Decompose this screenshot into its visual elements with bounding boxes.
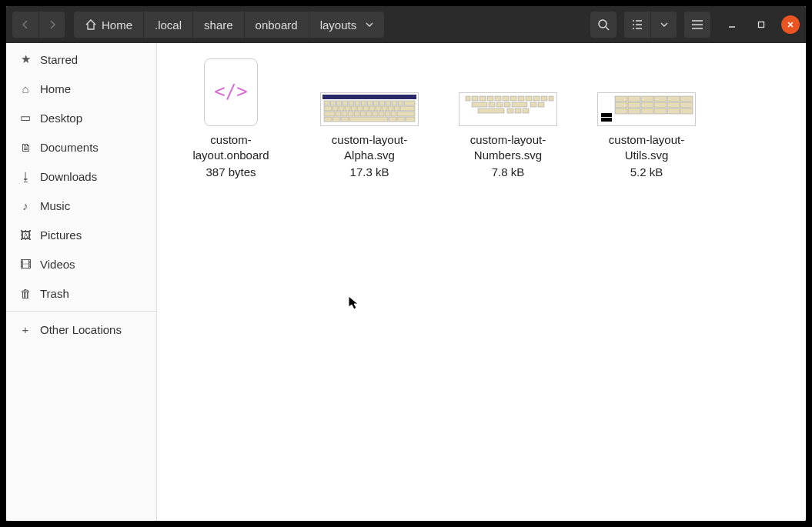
sidebar-item-other-locations[interactable]: +Other Locations [6,315,156,344]
file-grid[interactable]: </> custom-layout.onboard 387 bytes [157,43,806,521]
svg-rect-75 [641,96,653,102]
svg-rect-14 [386,101,391,105]
svg-rect-61 [549,96,553,101]
svg-rect-33 [342,112,347,116]
svg-rect-67 [530,102,536,107]
list-view-button[interactable] [624,12,650,38]
sidebar-item-home[interactable]: ⌂Home [6,74,156,103]
svg-rect-1 [759,22,764,28]
svg-rect-17 [404,101,415,105]
nav-group [12,12,65,38]
svg-rect-69 [478,108,504,113]
svg-rect-4 [324,101,329,105]
svg-rect-34 [348,112,353,116]
svg-rect-38 [373,112,378,116]
breadcrumb-seg[interactable]: onboard [245,12,309,38]
svg-rect-5 [330,101,336,105]
view-group [624,12,677,38]
sidebar-item-trash[interactable]: 🗑Trash [6,279,156,308]
svg-rect-15 [392,101,397,105]
svg-rect-13 [379,101,385,105]
sidebar-item-starred[interactable]: ★Starred [6,45,156,74]
svg-rect-90 [680,108,693,114]
file-item[interactable]: </> custom-layout.onboard 387 bytes [177,58,285,178]
svg-rect-19 [332,106,338,111]
breadcrumb-seg[interactable]: .local [144,12,193,38]
close-button[interactable] [781,15,800,34]
svg-rect-44 [332,117,340,122]
svg-rect-73 [615,96,627,102]
sidebar-item-desktop[interactable]: ▭Desktop [6,103,156,132]
svg-rect-81 [641,102,653,108]
file-size: 7.8 kB [492,165,525,178]
svg-rect-37 [366,112,372,116]
sidebar-separator [6,311,156,312]
svg-rect-45 [341,117,349,122]
svg-rect-77 [667,96,680,102]
breadcrumb-home[interactable]: Home [74,12,144,38]
svg-rect-53 [487,96,493,101]
svg-rect-6 [336,101,342,105]
downloads-icon: ⭳ [18,170,32,183]
svg-rect-78 [680,96,693,102]
svg-rect-30 [400,106,415,111]
breadcrumb-seg[interactable]: layouts [309,12,385,38]
window-body: ★Starred ⌂Home ▭Desktop 🗎Documents ⭳Down… [6,43,806,521]
svg-rect-43 [324,117,332,122]
view-dropdown-button[interactable] [650,12,677,38]
minimize-button[interactable] [723,15,741,34]
svg-rect-55 [503,96,509,101]
breadcrumb-label: Home [102,18,132,32]
hamburger-menu-button[interactable] [684,12,710,38]
forward-button[interactable] [38,12,65,38]
svg-rect-92 [601,118,612,122]
window-controls [723,15,800,34]
documents-icon: 🗎 [18,141,32,154]
svg-rect-25 [369,106,375,111]
file-size: 5.2 kB [630,165,663,178]
maximize-button[interactable] [752,15,770,34]
svg-rect-58 [526,96,532,101]
svg-rect-40 [385,112,390,116]
svg-rect-20 [339,106,344,111]
svg-point-0 [599,20,606,28]
sidebar-item-downloads[interactable]: ⭳Downloads [6,162,156,191]
svg-rect-64 [496,102,503,107]
svg-rect-22 [351,106,356,111]
back-button[interactable] [12,12,38,38]
home-icon: ⌂ [18,82,32,95]
svg-rect-28 [388,106,393,111]
svg-rect-9 [355,101,360,105]
videos-icon: 🎞 [18,258,32,271]
sidebar-item-pictures[interactable]: 🖼Pictures [6,220,156,249]
sidebar-item-documents[interactable]: 🗎Documents [6,132,156,162]
svg-rect-79 [615,102,627,108]
breadcrumb-seg[interactable]: share [193,12,245,38]
star-icon: ★ [18,52,32,66]
file-thumbnail [459,92,557,126]
sidebar-item-videos[interactable]: 🎞Videos [6,249,156,279]
svg-rect-66 [512,102,527,107]
file-name: custom-layout-Alpha.svg [316,132,423,162]
svg-rect-89 [667,108,680,114]
svg-rect-39 [379,112,384,116]
sidebar-item-music[interactable]: ♪Music [6,191,156,220]
svg-rect-57 [518,96,524,101]
svg-rect-42 [397,112,415,116]
file-item[interactable]: custom-layout-Utils.svg 5.2 kB [593,58,700,178]
svg-rect-52 [480,96,486,101]
file-thumbnail: </> [204,58,258,126]
pictures-icon: 🖼 [18,228,32,242]
breadcrumb: Home .local share onboard layouts [74,12,384,38]
search-button[interactable] [590,12,617,38]
file-size: 387 bytes [206,165,256,178]
file-item[interactable]: custom-layout-Alpha.svg 17.3 kB [316,58,423,178]
svg-rect-41 [391,112,396,116]
file-item[interactable]: custom-layout-Numbers.svg 7.8 kB [454,58,562,178]
svg-rect-23 [357,106,363,111]
svg-rect-56 [510,96,516,101]
file-size: 17.3 kB [350,165,389,178]
titlebar: Home .local share onboard layouts [6,6,806,43]
svg-rect-32 [336,112,341,116]
svg-rect-11 [367,101,373,105]
